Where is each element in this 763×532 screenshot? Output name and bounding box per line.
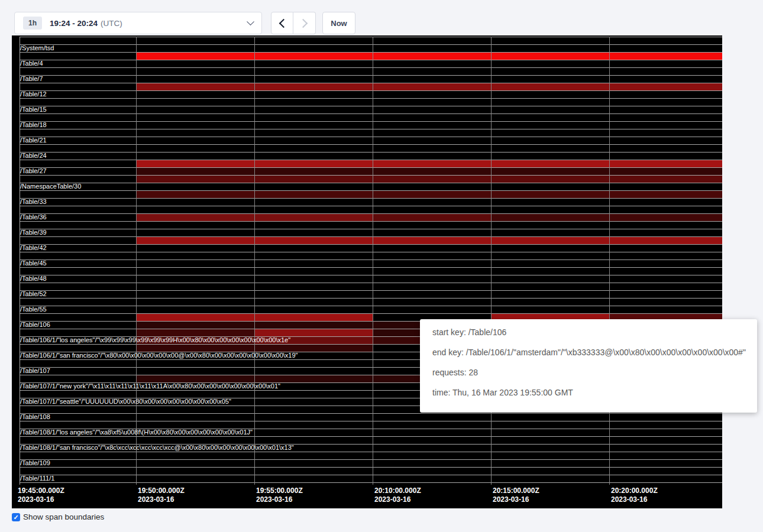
keyvis-band (136, 160, 722, 167)
keyvis-row-label: /Table/21 (20, 137, 47, 144)
keyvis-canvas[interactable]: /System/tsd/Table/4/Table/7/Table/12/Tab… (12, 35, 722, 508)
keyvis-row-label: /Table/24 (20, 152, 47, 160)
keyvis-row-label: /Table/106/1/"san francisco"/"\x80\x00\x… (20, 352, 298, 359)
checkmark-icon: ✓ (13, 513, 18, 521)
keyvis-row-label: /NamespaceTable/30 (20, 183, 81, 190)
time-range-selector[interactable]: 1h 19:24 - 20:24 (UTC) (14, 12, 262, 34)
axis-tick-date: 2023-03-16 (256, 495, 303, 504)
keyvis-row-label: /Table/52 (20, 290, 47, 298)
keyvis-band (136, 237, 722, 244)
now-button[interactable]: Now (322, 12, 355, 34)
previous-range-button[interactable] (271, 12, 293, 34)
axis-tick-date: 2023-03-16 (493, 495, 539, 504)
keyvis-row-label: /Table/106/1/"los angeles"/"\x99\x99\x99… (20, 336, 290, 344)
keyvis-row-label: /Table/109 (20, 459, 50, 467)
keyvis-time-gridline (609, 37, 610, 485)
keyvis-row-label: /Table/108 (20, 413, 50, 421)
tooltip-requests: requests: 28 (432, 366, 749, 379)
keyvis-time-gridline (373, 37, 373, 485)
time-preset-badge: 1h (23, 17, 42, 30)
keyvis-axis-tick: 19:50:00.000Z2023-03-16 (138, 486, 185, 504)
keyvis-axis-tick: 19:45:00.000Z2023-03-16 (18, 486, 64, 504)
axis-tick-time: 19:55:00.000Z (256, 486, 303, 495)
time-nav-group (271, 12, 316, 34)
axis-tick-date: 2023-03-16 (18, 495, 64, 504)
keyvis-row-label: /Table/42 (20, 244, 47, 252)
keyvis-row-label: /Table/18 (20, 121, 47, 129)
keyvis-row-label: /Table/7 (20, 75, 43, 83)
span-boundaries-label: Show span boundaries (23, 512, 104, 521)
axis-tick-time: 19:45:00.000Z (18, 486, 64, 495)
keyvis-row-label: /Table/48 (20, 275, 47, 283)
caret-down-icon (247, 18, 254, 25)
keyvis-band (136, 329, 254, 336)
keyvis-row-label: /Table/107/1/"seattle"/"UUUUUUD\x00\x80\… (20, 398, 231, 406)
keyvis-time-gridline (136, 37, 137, 485)
keyvis-row-label: /Table/108/1/"los angeles"/"\xa8\xf5\u00… (20, 429, 253, 436)
span-boundaries-row: ✓ Show span boundaries (12, 512, 104, 521)
tooltip-time: time: Thu, 16 Mar 2023 19:55:00 GMT (432, 387, 749, 399)
tooltip-start-key: start key: /Table/106 (432, 326, 749, 339)
axis-tick-time: 20:10:00.000Z (374, 486, 421, 495)
keyvis-axis-tick: 20:15:00.000Z2023-03-16 (493, 486, 539, 504)
keyvis-row-label: /Table/45 (20, 259, 47, 267)
keyvis-row-label: /Table/111/1 (20, 475, 54, 482)
axis-tick-time: 20:20:00.000Z (611, 486, 658, 495)
keyvis-band (136, 191, 722, 198)
keyvis-row-label: /Table/39 (20, 229, 47, 236)
tooltip-end-key: end key: /Table/106/1/"amsterdam"/"\xb33… (432, 346, 749, 359)
keyvis-band (136, 176, 722, 183)
keyvis-band (136, 168, 722, 175)
keyvis-band (254, 329, 373, 336)
keyvis-time-gridline (254, 37, 255, 485)
next-range-button[interactable] (293, 12, 316, 34)
keyvis-row-label: /Table/4 (20, 60, 43, 67)
keyvis-axis-tick: 19:55:00.000Z2023-03-16 (256, 486, 303, 504)
keyvis-row-label: /Table/27 (20, 167, 47, 175)
axis-tick-time: 20:15:00.000Z (493, 486, 539, 495)
keyvis-row-label: /Table/108/1/"san francisco"/"\x8c\xcc\x… (20, 444, 294, 452)
timezone-text: (UTC) (101, 19, 122, 28)
axis-tick-time: 19:50:00.000Z (138, 486, 185, 495)
keyvis-row-label: /System/tsd (20, 44, 54, 52)
axis-tick-date: 2023-03-16 (138, 495, 185, 504)
keyvis-band (373, 214, 491, 221)
keyvis-row-label: /Table/106 (20, 321, 50, 329)
keyvis-axis-tick: 20:10:00.000Z2023-03-16 (374, 486, 421, 504)
keyvis-row-label: /Table/12 (20, 90, 47, 98)
time-range-text: 19:24 - 20:24 (50, 19, 98, 28)
keyvis-tooltip: start key: /Table/106 end key: /Table/10… (420, 319, 757, 413)
keyvis-axis-tick: 20:20:00.000Z2023-03-16 (611, 486, 658, 504)
keyvis-row-label: /Table/15 (20, 106, 47, 113)
keyvis-row-label: /Table/107/1/"new york"/"\x11\x11\x11\x1… (20, 382, 280, 390)
keyvis-band (136, 83, 722, 90)
chevron-right-icon (299, 18, 308, 28)
axis-tick-date: 2023-03-16 (374, 495, 421, 504)
keyvis-row-gridlines (20, 37, 722, 483)
chevron-left-icon (279, 18, 288, 28)
keyvis-row-label: /Table/36 (20, 213, 47, 221)
keyvis-row-label: /Table/107 (20, 367, 50, 375)
span-boundaries-checkbox[interactable]: ✓ (12, 513, 20, 521)
keyvis-row-label: /Table/55 (20, 306, 47, 313)
keyvis-band (491, 214, 722, 221)
axis-tick-date: 2023-03-16 (611, 495, 658, 504)
keyvis-band (136, 53, 722, 60)
keyvis-time-gridline (491, 37, 492, 485)
keyvis-row-label: /Table/33 (20, 198, 47, 206)
